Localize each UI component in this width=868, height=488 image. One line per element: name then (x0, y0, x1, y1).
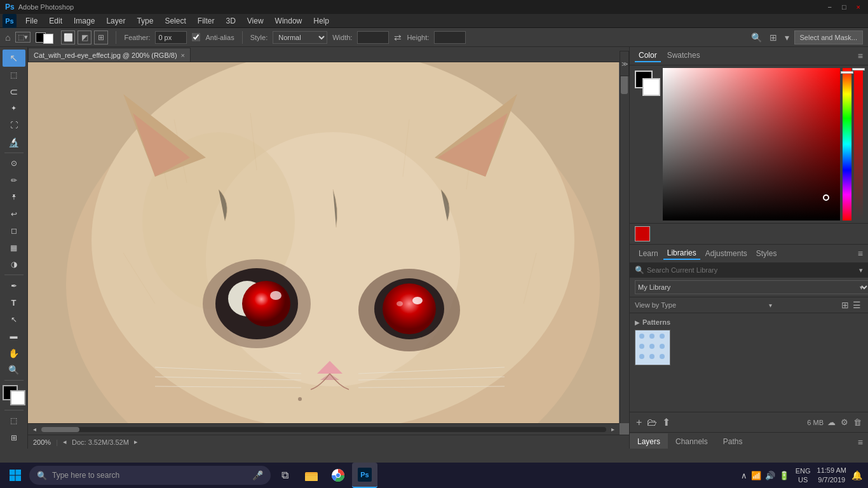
hue-slider[interactable] (843, 68, 851, 220)
color-panel-options-btn[interactable]: ≡ (858, 51, 863, 61)
arrange-btn[interactable]: ⊞ (770, 32, 777, 43)
path-selection-tool[interactable]: ↖ (3, 311, 25, 328)
dodge-tool[interactable]: ◑ (3, 256, 25, 273)
lib-cloud-btn[interactable]: ☁ (826, 416, 837, 428)
panel-collapse-btn[interactable]: ≫ (620, 51, 629, 76)
taskbar-explorer-btn[interactable] (299, 463, 324, 488)
taskbar-photoshop-btn[interactable]: Ps (352, 463, 377, 488)
home-icon[interactable]: ⌂ (5, 32, 10, 43)
library-select-dropdown[interactable]: My Library (635, 280, 868, 294)
feather-input[interactable] (155, 31, 187, 44)
fg-bg-mini[interactable] (36, 31, 53, 44)
width-input[interactable] (357, 31, 389, 44)
layers-tab[interactable]: Layers (630, 433, 668, 449)
close-button[interactable]: × (854, 3, 863, 11)
hand-tool[interactable]: ✋ (3, 344, 25, 362)
maximize-button[interactable]: □ (839, 3, 849, 11)
paths-tab[interactable]: Paths (715, 433, 750, 449)
battery-icon[interactable]: 🔋 (779, 471, 789, 480)
select-and-mask-button[interactable]: Select and Mask... (794, 30, 864, 44)
tray-arrow-icon[interactable]: ∧ (741, 471, 747, 480)
vertical-scrollbar[interactable] (620, 62, 629, 423)
taskbar-mic-icon[interactable]: 🎤 (252, 470, 263, 480)
eraser-tool[interactable]: ◻ (3, 222, 25, 240)
scroll-left-btn[interactable]: ◂ (31, 426, 39, 433)
swatches-tab[interactable]: Swatches (663, 50, 704, 62)
menu-filter[interactable]: Filter (193, 15, 220, 27)
workspace-btn[interactable]: ▾ (785, 32, 789, 43)
search-btn[interactable]: 🔍 (751, 32, 762, 43)
menu-file[interactable]: File (20, 15, 43, 27)
bg-panel-swatch[interactable] (642, 78, 660, 96)
styles-tab[interactable]: Styles (752, 248, 781, 259)
quick-select-tool[interactable]: ✦ (3, 100, 25, 118)
menu-select[interactable]: Select (159, 15, 191, 27)
learn-tab[interactable]: Learn (635, 248, 662, 259)
menu-type[interactable]: Type (132, 15, 158, 27)
minimize-button[interactable]: − (825, 3, 834, 11)
color-gradient-picker[interactable] (663, 68, 840, 220)
style-select[interactable]: Normal Fixed Ratio Fixed Size (273, 31, 327, 44)
text-tool[interactable]: T (3, 294, 25, 311)
move-tool[interactable]: ↖ (3, 50, 25, 67)
menu-3d[interactable]: 3D (220, 15, 240, 27)
spot-healing-tool[interactable]: ⊙ (3, 155, 25, 172)
swap-wh-icon[interactable]: ⇄ (394, 32, 402, 43)
opacity-slider[interactable] (854, 68, 863, 220)
lib-trash-btn[interactable]: 🗑 (852, 416, 863, 428)
zoom-tool[interactable]: 🔍 (3, 362, 25, 379)
pen-tool[interactable]: ✒ (3, 277, 25, 294)
notification-btn[interactable]: 🔔 (850, 463, 863, 488)
tool-btn-3[interactable]: ⊞ (94, 30, 108, 44)
start-button[interactable] (3, 463, 28, 488)
background-color[interactable] (10, 390, 25, 405)
task-view-btn[interactable]: ⧉ (272, 463, 297, 488)
quick-mask-btn[interactable]: ⬚ (3, 412, 25, 430)
library-search-input[interactable] (647, 266, 859, 274)
new-folder-btn[interactable]: 🗁 (646, 416, 658, 430)
eyedropper-tool[interactable]: 🔬 (3, 134, 25, 151)
list-view-btn[interactable]: ☰ (851, 300, 863, 310)
speaker-icon[interactable]: 🔊 (765, 471, 775, 480)
antialias-checkbox[interactable] (192, 33, 200, 41)
marquee-tool[interactable]: ⬚ (3, 67, 25, 84)
menu-layer[interactable]: Layer (101, 15, 130, 27)
lib-search-dropdown-btn[interactable]: ▾ (859, 266, 863, 274)
menu-help[interactable]: Help (308, 15, 334, 27)
libraries-tab[interactable]: Libraries (663, 247, 700, 260)
network-icon[interactable]: 📶 (751, 471, 761, 480)
horizontal-scrollbar[interactable]: ◂ ▸ (28, 423, 620, 435)
tool-btn-1[interactable]: ⬜ (61, 30, 75, 44)
menu-edit[interactable]: Edit (44, 15, 67, 27)
fg-bg-colors[interactable] (3, 385, 25, 405)
shape-tool[interactable]: ▬ (3, 328, 25, 345)
crop-tool[interactable]: ⛶ (3, 117, 25, 134)
history-brush-tool[interactable]: ↩ (3, 205, 25, 222)
lasso-tool[interactable]: ⊂ (3, 83, 25, 100)
bottom-tabs-options-btn[interactable]: ≡ (853, 436, 868, 449)
color-tab[interactable]: Color (635, 50, 661, 62)
scroll-right-btn[interactable]: ▸ (609, 426, 617, 433)
hscroll-thumb[interactable] (41, 427, 79, 432)
upload-lib-btn[interactable]: ⬆ (661, 415, 672, 430)
grid-view-btn[interactable]: ⊞ (839, 300, 851, 310)
add-lib-item-btn[interactable]: + (635, 416, 643, 430)
system-clock[interactable]: 11:59 AM 9/7/2019 (815, 466, 849, 485)
menu-window[interactable]: Window (270, 15, 308, 27)
canvas-wrapper[interactable]: ◂ ▸ (28, 62, 629, 435)
tool-btn-2[interactable]: ◩ (78, 30, 92, 44)
status-nav-right[interactable]: ▸ (134, 438, 138, 446)
gradient-tool[interactable]: ▦ (3, 239, 25, 256)
status-nav-left[interactable]: ◂ (63, 438, 67, 446)
menu-image[interactable]: Image (69, 15, 100, 27)
taskbar-chrome-btn[interactable] (325, 463, 351, 488)
patterns-collapse-btn[interactable]: ▶ (635, 319, 640, 326)
channels-tab[interactable]: Channels (668, 433, 715, 449)
screen-mode-btn[interactable]: ⊞ (3, 429, 25, 446)
height-input[interactable] (434, 31, 466, 44)
lib-settings-btn[interactable]: ⚙ (839, 416, 850, 428)
stamp-tool[interactable]: 🖈 (3, 189, 25, 206)
adjustments-tab[interactable]: Adjustments (702, 248, 751, 259)
pattern-item[interactable] (635, 330, 670, 365)
tab-close-btn[interactable]: × (181, 51, 185, 59)
